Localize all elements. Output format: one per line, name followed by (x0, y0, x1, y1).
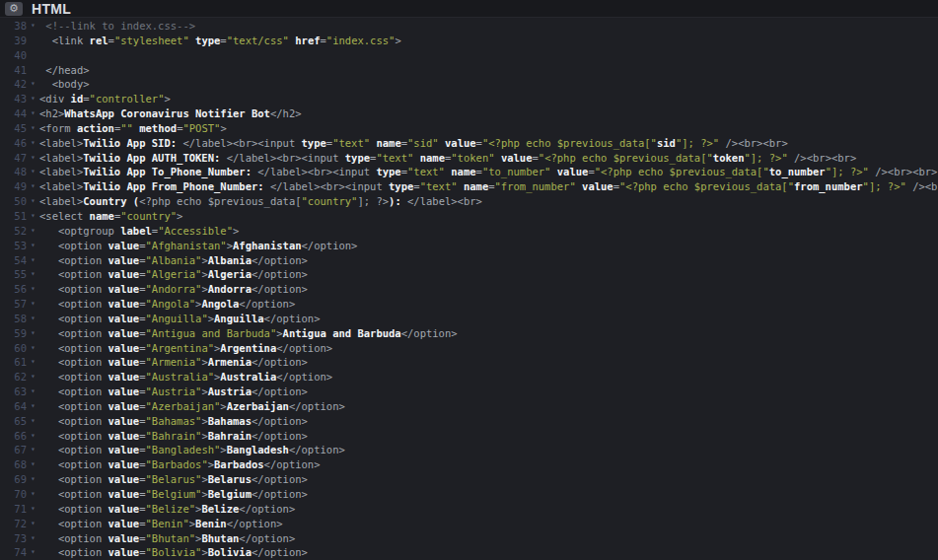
code-line[interactable]: 50▾<label>Country (<?php echo $previous_… (0, 194, 938, 209)
code-line[interactable]: 64▾ <option value="Azerbaijan">Azerbaija… (0, 399, 938, 414)
fold-arrow-icon[interactable]: ▾ (27, 165, 39, 179)
fold-arrow-icon[interactable]: ▾ (27, 267, 39, 282)
line-number: 53 (0, 239, 27, 253)
fold-arrow-icon[interactable]: ▾ (27, 179, 39, 194)
code-line[interactable]: 71▾ <option value="Belize">Belize</optio… (0, 502, 938, 517)
code-line[interactable]: 62▾ <option value="Australia">Australia<… (0, 370, 938, 385)
code-token: "Bangladesh" (145, 444, 220, 455)
fold-arrow-icon[interactable]: ▾ (27, 77, 39, 92)
code-line[interactable]: 46▾<label>Twilio App SID: </label><br><i… (0, 136, 938, 151)
code-line[interactable]: 43▾<div id="controller"> (0, 92, 938, 106)
code-token: </option> (252, 488, 308, 500)
code-token: name (420, 152, 445, 164)
fold-arrow-icon[interactable]: ▾ (27, 282, 39, 297)
code-line[interactable]: 72▾ <option value="Benin">Benin</option> (0, 517, 938, 531)
code-token: WhatsApp Coronavirus Notifier Bot (64, 107, 270, 119)
code-line[interactable]: 38▾ <!--link to index.css--> (0, 19, 938, 34)
code-line[interactable]: 66▾ <option value="Bahrain">Bahrain</opt… (0, 429, 938, 444)
code-token: > (395, 35, 400, 46)
code-line[interactable]: 52▾ <optgroup label="Accessible"> (0, 224, 938, 239)
code-token: Bahamas (208, 415, 252, 427)
code-line[interactable]: 42▾ <body> (0, 77, 938, 92)
code-token: "]; ?>" (863, 180, 906, 192)
fold-arrow-icon[interactable]: ▾ (27, 414, 39, 429)
code-token: <div (39, 93, 71, 105)
fold-arrow-icon[interactable]: ▾ (27, 326, 39, 341)
fold-arrow-icon[interactable]: ▾ (27, 457, 39, 472)
code-line[interactable]: 59▾ <option value="Antigua and Barbuda">… (0, 326, 938, 341)
code-token: <option (39, 473, 108, 485)
code-line[interactable]: 74▾ <option value="Bolivia">Bolivia</opt… (0, 545, 938, 560)
code-line[interactable]: 65▾ <option value="Bahamas">Bahamas</opt… (0, 414, 938, 429)
code-line[interactable]: 53▾ <option value="Afghanistan">Afghanis… (0, 239, 938, 253)
code-text: <option value="Armenia">Armenia</option> (39, 355, 308, 370)
code-token: "text" (420, 180, 458, 192)
code-token: "Belarus" (145, 473, 201, 485)
code-token: <option (39, 444, 108, 455)
fold-arrow-icon[interactable]: ▾ (27, 121, 39, 136)
code-line[interactable]: 55▾ <option value="Algeria">Algeria</opt… (0, 267, 938, 282)
fold-arrow-icon[interactable]: ▾ (27, 239, 39, 253)
code-line[interactable]: 70▾ <option value="Belgium">Belgium</opt… (0, 487, 938, 502)
code-line[interactable]: 44▾<h2>WhatsApp Coronavirus Notifier Bot… (0, 106, 938, 121)
code-line[interactable]: 60▾ <option value="Argentina">Argentina<… (0, 341, 938, 356)
code-line[interactable]: 61▾ <option value="Armenia">Armenia</opt… (0, 355, 938, 370)
fold-arrow-icon[interactable]: ▾ (27, 224, 39, 239)
panel-title: HTML (32, 1, 71, 17)
fold-arrow-icon[interactable]: ▾ (27, 341, 39, 356)
fold-arrow-icon[interactable]: ▾ (27, 297, 39, 312)
code-area[interactable]: 38▾ <!--link to index.css-->39 <link rel… (0, 18, 938, 560)
fold-arrow-icon[interactable]: ▾ (27, 92, 39, 106)
code-line[interactable]: 68▾ <option value="Barbados">Barbados</o… (0, 457, 938, 472)
code-line[interactable]: 69▾ <option value="Belarus">Belarus</opt… (0, 472, 938, 487)
code-line[interactable]: 48▾<label>Twilio App To_Phone_Number: </… (0, 165, 938, 179)
code-token: value (108, 532, 140, 544)
code-token: <link (39, 35, 90, 46)
fold-arrow-icon[interactable]: ▾ (27, 429, 39, 444)
fold-arrow-icon[interactable]: ▾ (27, 517, 39, 531)
code-line[interactable]: 54▾ <option value="Albania">Albania</opt… (0, 253, 938, 268)
code-line[interactable]: 56▾ <option value="Andorra">Andorra</opt… (0, 282, 938, 297)
code-token: Twilio App From_Phone_Number: (83, 180, 270, 192)
code-line[interactable]: 51▾<select name="country"> (0, 209, 938, 224)
fold-arrow-icon[interactable]: ▾ (27, 472, 39, 487)
code-line[interactable]: 40 (0, 48, 938, 63)
code-line[interactable]: 47▾<label>Twilio App AUTH_TOKEN: </label… (0, 151, 938, 166)
fold-arrow-icon[interactable]: ▾ (27, 19, 39, 34)
fold-arrow-icon[interactable]: ▾ (27, 531, 39, 546)
fold-arrow-icon[interactable]: ▾ (27, 253, 39, 268)
code-line[interactable]: 73▾ <option value="Bhutan">Bhutan</optio… (0, 531, 938, 546)
code-token: type (302, 137, 326, 149)
code-token: "to_number" (482, 166, 551, 177)
fold-arrow-icon[interactable]: ▾ (27, 385, 39, 399)
line-number: 58 (0, 312, 27, 326)
fold-arrow-icon[interactable]: ▾ (27, 399, 39, 414)
code-line[interactable]: 45▾<form action="" method="POST"> (0, 121, 938, 136)
fold-arrow-icon[interactable]: ▾ (27, 312, 39, 326)
fold-arrow-icon[interactable]: ▾ (27, 106, 39, 121)
fold-arrow-icon[interactable]: ▾ (27, 355, 39, 370)
code-token: <option (39, 342, 108, 354)
code-token: "Angola" (145, 298, 195, 310)
code-line[interactable]: 67▾ <option value="Bangladesh">Banglades… (0, 443, 938, 457)
fold-arrow-icon[interactable]: ▾ (27, 194, 39, 209)
code-line[interactable]: 39 <link rel="stylesheet" type="text/css… (0, 34, 938, 48)
code-line[interactable]: 63▾ <option value="Austria">Austria</opt… (0, 385, 938, 399)
fold-arrow-icon[interactable]: ▾ (27, 209, 39, 224)
fold-arrow-icon[interactable]: ▾ (27, 443, 39, 457)
code-line[interactable]: 57▾ <option value="Angola">Angola</optio… (0, 297, 938, 312)
code-line[interactable]: 58▾ <option value="Anguilla">Anguilla</o… (0, 312, 938, 326)
fold-arrow-icon[interactable]: ▾ (27, 151, 39, 166)
fold-arrow-icon[interactable]: ▾ (27, 370, 39, 385)
code-line[interactable]: 49▾<label>Twilio App From_Phone_Number: … (0, 179, 938, 194)
code-token: </option> (302, 240, 358, 251)
fold-arrow-icon[interactable]: ▾ (27, 502, 39, 517)
fold-arrow-icon[interactable]: ▾ (27, 136, 39, 151)
fold-arrow-icon[interactable]: ▾ (27, 487, 39, 502)
code-text: <option value="Belarus">Belarus</option> (39, 472, 308, 487)
code-line[interactable]: 41 </head> (0, 63, 938, 78)
fold-arrow-icon[interactable]: ▾ (27, 545, 39, 560)
gear-icon[interactable]: ⚙ (5, 2, 23, 16)
code-token: "text" (332, 137, 370, 149)
code-text: <option value="Australia">Australia</opt… (39, 370, 332, 385)
